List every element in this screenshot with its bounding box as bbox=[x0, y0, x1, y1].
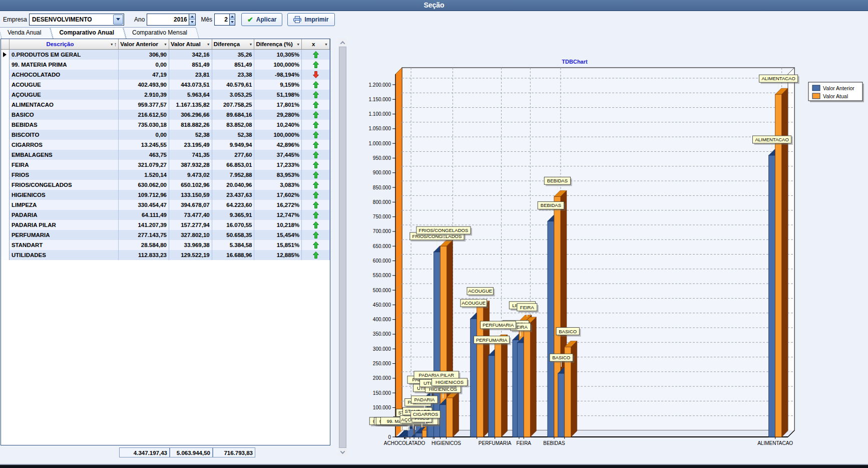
cell-4[interactable]: 64.223,60 bbox=[212, 200, 255, 210]
cell-5[interactable]: 17,602% bbox=[254, 190, 302, 200]
row-indicator-cell[interactable] bbox=[1, 250, 10, 260]
cell-5[interactable]: 100,000% bbox=[254, 130, 302, 140]
column-header-x[interactable]: x▼ bbox=[302, 39, 330, 49]
cell-5[interactable]: 83,953% bbox=[254, 170, 302, 180]
cell-5[interactable]: 12,885% bbox=[254, 250, 302, 260]
cell-1[interactable]: FRIOS/CONGELADOS bbox=[10, 180, 119, 190]
column-header-Valor Atual[interactable]: Valor Atual▼ bbox=[169, 39, 212, 49]
cell-5[interactable]: 17,233% bbox=[254, 160, 302, 170]
cell-2[interactable]: 0,00 bbox=[119, 60, 169, 70]
row-indicator-cell[interactable] bbox=[1, 210, 10, 220]
table-row[interactable]: FRIOS1.520,149.473,027.952,8883,953% bbox=[1, 170, 330, 180]
cell-1[interactable]: PADARIA bbox=[10, 210, 119, 220]
scroll-down-button[interactable] bbox=[338, 448, 347, 456]
cell-1[interactable]: 0.PRODUTOS EM GERAL bbox=[10, 50, 119, 60]
mes-input[interactable] bbox=[215, 14, 229, 25]
table-row[interactable]: PADARIA PILAR141.207,39157.277,9416.070,… bbox=[1, 220, 330, 230]
row-indicator-cell[interactable] bbox=[1, 180, 10, 190]
cell-6[interactable] bbox=[302, 180, 330, 190]
mes-spin-down-button[interactable] bbox=[230, 20, 235, 25]
cell-5[interactable]: 29,280% bbox=[254, 110, 302, 120]
table-row[interactable]: STANDART28.584,8033.969,385.384,5815,851… bbox=[1, 240, 330, 250]
row-indicator-cell[interactable] bbox=[1, 170, 10, 180]
table-row[interactable]: 0.PRODUTOS EM GERAL306,90342,1635,2610,3… bbox=[1, 50, 330, 60]
cell-3[interactable]: 129.522,19 bbox=[169, 250, 212, 260]
cell-6[interactable] bbox=[302, 200, 330, 210]
cell-3[interactable]: 157.277,94 bbox=[169, 220, 212, 230]
cell-5[interactable]: 17,801% bbox=[254, 100, 302, 110]
table-row[interactable]: ACOUGUE402.493,90443.073,5140.579,619,15… bbox=[1, 80, 330, 90]
row-indicator-cell[interactable] bbox=[1, 80, 10, 90]
column-header-Diferença[interactable]: Diferença▼ bbox=[212, 39, 255, 49]
cell-2[interactable]: 47,19 bbox=[119, 70, 169, 80]
cell-5[interactable]: 10,305% bbox=[254, 50, 302, 60]
cell-6[interactable] bbox=[302, 160, 330, 170]
cell-4[interactable]: 3.053,25 bbox=[212, 90, 255, 100]
cell-6[interactable] bbox=[302, 120, 330, 130]
cell-4[interactable]: 89.684,16 bbox=[212, 110, 255, 120]
column-header-Descrição[interactable]: Descrição▼↑ bbox=[10, 39, 119, 49]
cell-3[interactable]: 443.073,51 bbox=[169, 80, 212, 90]
cell-4[interactable]: 20.040,96 bbox=[212, 180, 255, 190]
cell-2[interactable]: 306,90 bbox=[119, 50, 169, 60]
table-row[interactable]: HIGIENICOS109.712,96133.150,5923.437,631… bbox=[1, 190, 330, 200]
table-row[interactable]: UTILIDADES112.833,23129.522,1916.688,961… bbox=[1, 250, 330, 260]
cell-1[interactable]: 99. MATERIA PRIMA bbox=[10, 60, 119, 70]
cell-2[interactable]: 959.377,57 bbox=[119, 100, 169, 110]
empresa-dropdown-button[interactable] bbox=[113, 15, 123, 25]
cell-1[interactable]: EMBALAGENS bbox=[10, 150, 119, 160]
ano-spin-up-button[interactable] bbox=[189, 14, 196, 20]
cell-3[interactable]: 23,81 bbox=[169, 70, 212, 80]
row-indicator-cell[interactable] bbox=[1, 220, 10, 230]
cell-1[interactable]: BASICO bbox=[10, 110, 119, 120]
cell-1[interactable]: ALIMENTACAO bbox=[10, 100, 119, 110]
cell-6[interactable] bbox=[302, 100, 330, 110]
mes-spin-up-button[interactable] bbox=[230, 14, 235, 20]
cell-2[interactable]: 402.493,90 bbox=[119, 80, 169, 90]
row-indicator-cell[interactable] bbox=[1, 50, 10, 60]
ano-spin-down-button[interactable] bbox=[189, 20, 196, 25]
cell-6[interactable] bbox=[302, 230, 330, 240]
cell-2[interactable]: 1.520,14 bbox=[119, 170, 169, 180]
cell-4[interactable]: 23,38 bbox=[212, 70, 255, 80]
cell-2[interactable]: 216.612,50 bbox=[119, 110, 169, 120]
row-indicator-cell[interactable] bbox=[1, 110, 10, 120]
cell-4[interactable]: 83.852,08 bbox=[212, 120, 255, 130]
cell-2[interactable]: 112.833,23 bbox=[119, 250, 169, 260]
table-row[interactable]: CIGARROS13.245,5523.195,499.949,9442,896… bbox=[1, 140, 330, 150]
imprimir-button[interactable]: Imprimir bbox=[287, 13, 334, 26]
cell-1[interactable]: PERFUMARIA bbox=[10, 230, 119, 240]
cell-4[interactable]: 207.758,25 bbox=[212, 100, 255, 110]
row-indicator-cell[interactable] bbox=[1, 90, 10, 100]
cell-2[interactable]: 64.111,49 bbox=[119, 210, 169, 220]
cell-6[interactable] bbox=[302, 130, 330, 140]
table-row[interactable]: ALIMENTACAO959.377,571.167.135,82207.758… bbox=[1, 100, 330, 110]
cell-3[interactable]: 52,38 bbox=[169, 130, 212, 140]
cell-5[interactable]: 42,896% bbox=[254, 140, 302, 150]
table-row[interactable]: BISCOITO0,0052,3852,38100,000% bbox=[1, 130, 330, 140]
cell-1[interactable]: UTILIDADES bbox=[10, 250, 119, 260]
cell-4[interactable]: 23.437,63 bbox=[212, 190, 255, 200]
cell-2[interactable]: 13.245,55 bbox=[119, 140, 169, 150]
cell-1[interactable]: CIGARROS bbox=[10, 140, 119, 150]
cell-1[interactable]: ACOUGUE bbox=[10, 80, 119, 90]
cell-5[interactable]: 12,747% bbox=[254, 210, 302, 220]
cell-5[interactable]: 10,240% bbox=[254, 120, 302, 130]
cell-3[interactable]: 73.477,40 bbox=[169, 210, 212, 220]
cell-3[interactable]: 387.932,28 bbox=[169, 160, 212, 170]
cell-4[interactable]: 16.688,96 bbox=[212, 250, 255, 260]
table-row[interactable]: BASICO216.612,50306.296,6689.684,1629,28… bbox=[1, 110, 330, 120]
cell-4[interactable]: 40.579,61 bbox=[212, 80, 255, 90]
row-indicator-cell[interactable] bbox=[1, 130, 10, 140]
row-indicator-cell[interactable] bbox=[1, 230, 10, 240]
table-row[interactable]: ACHOCOLATADO47,1923,8123,38-98,194% bbox=[1, 70, 330, 80]
row-indicator-cell[interactable] bbox=[1, 160, 10, 170]
scroll-up-button[interactable] bbox=[338, 39, 347, 47]
cell-5[interactable]: 37,445% bbox=[254, 150, 302, 160]
cell-6[interactable] bbox=[302, 210, 330, 220]
cell-3[interactable]: 741,35 bbox=[169, 150, 212, 160]
cell-2[interactable]: 330.454,47 bbox=[119, 200, 169, 210]
cell-4[interactable]: 851,49 bbox=[212, 60, 255, 70]
tab-comparativo-mensal[interactable]: Comparativo Mensal bbox=[126, 27, 199, 39]
cell-3[interactable]: 133.150,59 bbox=[169, 190, 212, 200]
